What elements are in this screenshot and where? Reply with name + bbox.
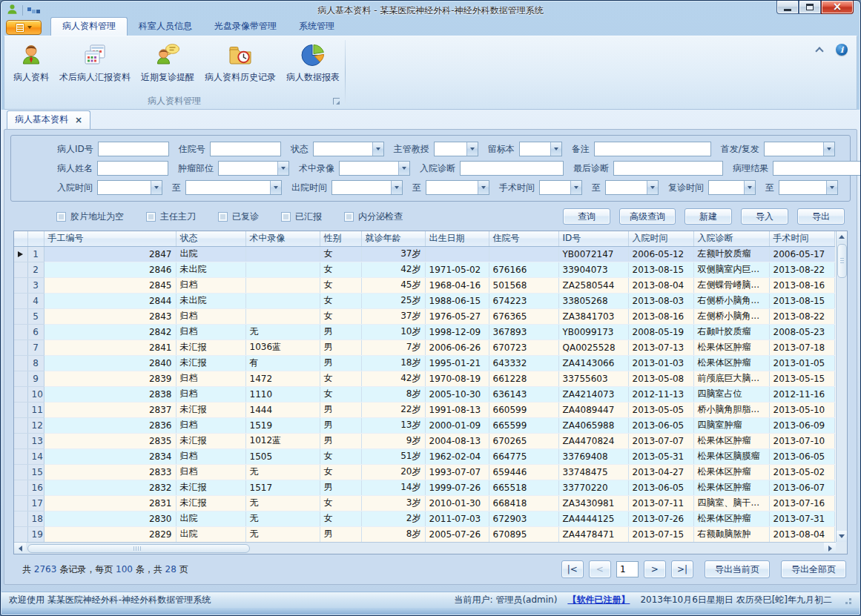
table-cell[interactable]: 2844: [44, 293, 176, 308]
ribbon-button-3[interactable]: 近期复诊提醒: [136, 41, 199, 85]
table-cell[interactable]: 2012-11-13: [628, 386, 693, 402]
table-cell[interactable]: 2013-08-15: [769, 293, 834, 308]
table-row[interactable]: 42844未出院女25岁1988-06-15674223338052682013…: [14, 293, 834, 308]
table-cell[interactable]: 2013-06-09: [769, 417, 834, 433]
table-cell[interactable]: 25岁: [361, 293, 425, 308]
table-cell[interactable]: 37岁: [361, 246, 425, 262]
table-cell[interactable]: 2013-06-05: [769, 448, 834, 464]
table-cell[interactable]: 2006-05-12: [628, 246, 693, 262]
table-cell[interactable]: 1968-04-16: [425, 277, 489, 293]
checkbox[interactable]: [344, 212, 354, 222]
column-header[interactable]: 性别: [320, 231, 361, 246]
table-cell[interactable]: 女: [320, 277, 361, 293]
table-cell[interactable]: 1517: [245, 480, 320, 495]
resize-grip-icon[interactable]: [842, 595, 852, 605]
checkbox-item-1[interactable]: 胶片地址为空: [56, 211, 124, 223]
table-cell[interactable]: 2013-08-22: [769, 262, 834, 277]
table-cell[interactable]: 37岁: [361, 308, 425, 324]
table-cell[interactable]: YB0099173: [558, 324, 628, 340]
page-number-input[interactable]: [616, 561, 639, 577]
table-cell[interactable]: ZA4065988: [558, 417, 628, 433]
collapse-ribbon-icon[interactable]: [815, 47, 823, 55]
vertical-scrollbar[interactable]: [836, 231, 847, 542]
import-button[interactable]: 导入: [741, 208, 788, 225]
table-cell[interactable]: 2010-01-30: [425, 495, 489, 511]
dropdown-arrow-icon[interactable]: [478, 181, 489, 194]
table-cell[interactable]: 1444: [245, 402, 320, 417]
table-cell[interactable]: 1962-02-04: [425, 448, 489, 464]
filter-input-r2-4[interactable]: [460, 161, 564, 176]
info-icon[interactable]: [836, 44, 848, 56]
table-cell[interactable]: 女: [320, 495, 361, 511]
checkbox-item-5[interactable]: 内分泌检查: [344, 211, 403, 223]
dropdown-arrow-icon[interactable]: [398, 162, 409, 175]
query-button[interactable]: 查询: [563, 208, 610, 225]
checkbox[interactable]: [56, 212, 66, 222]
table-cell[interactable]: 2833: [44, 464, 176, 480]
table-cell[interactable]: 左侧蝶骨嵴脑...: [693, 277, 769, 293]
table-cell[interactable]: 2831: [44, 495, 176, 511]
filter-combo-r1-3[interactable]: [313, 142, 384, 156]
document-tab-patient-basic[interactable]: 病人基本资料: [7, 110, 90, 129]
table-cell[interactable]: 未出院: [176, 293, 245, 308]
table-cell[interactable]: 归档: [176, 324, 245, 340]
table-cell[interactable]: 659446: [489, 464, 558, 480]
table-cell[interactable]: ZA3430981: [558, 495, 628, 511]
dropdown-arrow-icon[interactable]: [277, 162, 288, 175]
table-cell[interactable]: 2837: [44, 402, 176, 417]
checkbox-item-3[interactable]: 已复诊: [218, 211, 259, 223]
table-cell[interactable]: [489, 246, 558, 262]
app-logo-icon[interactable]: [7, 4, 18, 17]
table-cell[interactable]: 501568: [489, 277, 558, 293]
table-cell[interactable]: 未汇报: [176, 340, 245, 355]
table-cell[interactable]: 未汇报: [176, 433, 245, 448]
table-cell[interactable]: 未汇报: [176, 355, 245, 371]
column-header[interactable]: 手术时间: [769, 231, 834, 246]
new-button[interactable]: 新建: [684, 208, 732, 225]
table-row[interactable]: 102838归档1110女8岁2005-10-30636143ZA4214073…: [14, 386, 834, 402]
table-cell[interactable]: 2008-05-23: [769, 324, 834, 340]
table-cell[interactable]: 松果体区肿瘤: [693, 355, 769, 371]
table-row[interactable]: 192829出院无男8岁2005-07-26670895ZA4478471201…: [14, 526, 834, 542]
table-cell[interactable]: ZA4470824: [558, 433, 628, 448]
table-cell[interactable]: 2841: [44, 340, 176, 355]
table-cell[interactable]: 无: [245, 526, 320, 542]
dialog-launcher-icon[interactable]: [333, 98, 340, 105]
table-cell[interactable]: 2013-07-13: [628, 340, 693, 355]
column-header[interactable]: 住院号: [489, 231, 558, 246]
quick-access-icon[interactable]: [27, 7, 40, 13]
table-cell[interactable]: 无: [245, 495, 320, 511]
dropdown-arrow-icon[interactable]: [647, 181, 658, 194]
table-cell[interactable]: 33769408: [558, 448, 628, 464]
horizontal-scrollbar[interactable]: [14, 542, 836, 554]
column-header[interactable]: 状态: [176, 231, 245, 246]
table-cell[interactable]: 男: [320, 324, 361, 340]
table-cell[interactable]: 643332: [489, 355, 558, 371]
table-cell[interactable]: 2013-06-05: [628, 417, 693, 433]
table-cell[interactable]: 2013-05-31: [628, 448, 693, 464]
advanced-query-button[interactable]: 高级查询: [619, 208, 676, 225]
table-cell[interactable]: 有: [245, 355, 320, 371]
table-cell[interactable]: 2013-04-27: [628, 464, 693, 480]
table-cell[interactable]: 左额叶胶质瘤: [693, 246, 769, 262]
table-cell[interactable]: 2013-08-22: [769, 308, 834, 324]
table-cell[interactable]: 14岁: [361, 480, 425, 495]
table-row[interactable]: 132835未汇报1012蓝男9岁2004-08-13670265ZA44708…: [14, 433, 834, 448]
ribbon-button-1[interactable]: 病人资料: [8, 41, 54, 85]
table-cell[interactable]: 668418: [489, 495, 558, 511]
filter-combo-r1-7[interactable]: [764, 142, 835, 156]
column-header[interactable]: 入院诊断: [693, 231, 769, 246]
table-cell[interactable]: 367893: [489, 324, 558, 340]
export-all-pages-button[interactable]: 导出全部页: [781, 560, 846, 578]
table-cell[interactable]: 归档: [176, 464, 245, 480]
table-cell[interactable]: 2013-06-05: [628, 480, 693, 495]
checkbox-item-2[interactable]: 主任主刀: [146, 211, 196, 223]
scroll-left-icon[interactable]: [14, 543, 26, 554]
table-cell[interactable]: ZA4478471: [558, 526, 628, 542]
table-cell[interactable]: 2013-08-04: [628, 277, 693, 293]
prev-page-button[interactable]: <: [589, 560, 611, 578]
dropdown-arrow-icon[interactable]: [270, 181, 281, 194]
table-row[interactable]: 152833归档无女20岁1993-07-0765944633748475201…: [14, 464, 834, 480]
last-page-button[interactable]: >|: [671, 560, 693, 578]
table-cell[interactable]: 男: [320, 433, 361, 448]
